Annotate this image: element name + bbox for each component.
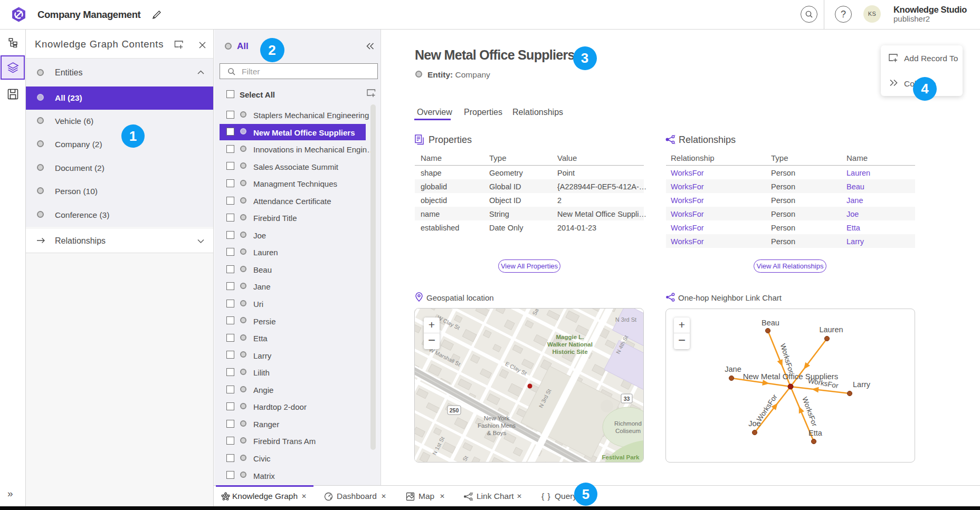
svg-text:N 3rd St: N 3rd St: [615, 316, 636, 323]
svg-text:Larry: Larry: [853, 380, 871, 389]
svg-text:Fashion Mens: Fashion Mens: [478, 422, 516, 429]
svg-text:WorksFor: WorksFor: [779, 343, 796, 375]
svg-text:Historic Site: Historic Site: [552, 349, 587, 355]
svg-text:Richmond: Richmond: [614, 420, 642, 427]
svg-text:Lauren: Lauren: [819, 325, 843, 334]
svg-text:250: 250: [450, 407, 459, 413]
svg-text:Jane: Jane: [725, 365, 741, 373]
svg-text:Coliseum: Coliseum: [615, 428, 641, 434]
svg-text:Festival Park: Festival Park: [602, 454, 640, 460]
svg-text:Beau: Beau: [762, 319, 779, 327]
svg-text:Walker National: Walker National: [547, 341, 593, 348]
svg-text:Maggie L.: Maggie L.: [556, 334, 584, 340]
svg-text:33: 33: [624, 396, 630, 402]
svg-text:New York: New York: [484, 415, 510, 421]
svg-text:Etta: Etta: [808, 429, 823, 437]
svg-text:& Boys: & Boys: [487, 430, 507, 436]
